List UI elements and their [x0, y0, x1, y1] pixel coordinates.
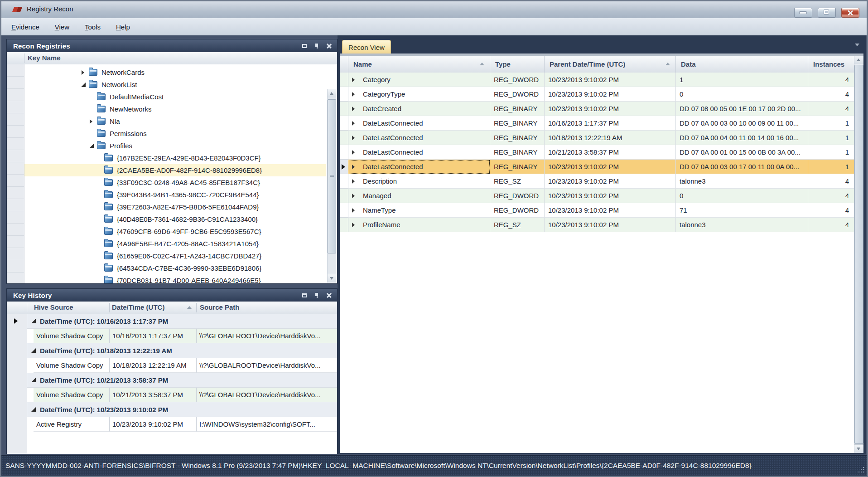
tree-item[interactable]: NetworkList [24, 78, 326, 91]
chevron-expanded-icon[interactable] [31, 319, 37, 323]
scrollbar-thumb[interactable] [854, 65, 863, 444]
table-row[interactable]: DateCreated REG_BINARY 10/23/2013 9:10:0… [340, 102, 854, 116]
resize-grip-icon[interactable] [858, 466, 864, 472]
maximize-icon[interactable] [302, 44, 307, 48]
scrollbar-thumb[interactable] [328, 99, 336, 253]
table-row[interactable]: Category REG_DWORD 10/23/2013 9:10:02 PM… [340, 73, 854, 87]
row-expander-icon[interactable] [352, 107, 358, 111]
row-expander-icon[interactable] [352, 179, 358, 184]
group-row[interactable]: Date/Time (UTC): 10/21/2013 3:58:37 PM [27, 373, 337, 388]
table-row-selected[interactable]: DateLastConnected REG_BINARY 10/23/2013 … [340, 160, 854, 174]
row-expander-icon[interactable] [352, 92, 358, 97]
tree-item[interactable]: {64534CDA-C7BE-4C36-9990-33EBE6D91806} [24, 262, 326, 274]
chevron-right-icon[interactable] [81, 70, 87, 75]
tree-item-label: {39E043B4-94B1-4365-98CC-720CF9B4E544} [117, 191, 259, 199]
chevron-right-icon[interactable] [89, 119, 95, 124]
tree-item[interactable]: {33F09C3C-0248-49A8-AC45-85FEB187F34C} [24, 176, 326, 189]
tree-item[interactable]: Permissions [24, 127, 326, 140]
group-label: Date/Time (UTC): 10/18/2013 12:22:19 AM [40, 347, 172, 355]
scroll-down-icon[interactable] [328, 274, 336, 282]
tree-item[interactable]: {40D48E0B-7361-4682-9B36-C91CA1233400} [24, 213, 326, 225]
tree-scrollbar[interactable] [327, 89, 336, 282]
menu-help[interactable]: Help [110, 20, 136, 34]
type-cell: REG_DWORD [490, 189, 545, 203]
chevron-expanded-icon[interactable] [31, 407, 37, 412]
tree-item[interactable]: NetworkCards [24, 66, 326, 78]
table-row[interactable]: DateLastConnected REG_BINARY 10/21/2013 … [340, 145, 854, 160]
group-row[interactable]: Date/Time (UTC): 10/16/2013 1:17:37 PM [27, 314, 337, 329]
row-expander-icon[interactable] [352, 223, 358, 227]
column-instances[interactable]: Instances [808, 56, 854, 73]
table-row[interactable]: DateLastConnected REG_BINARY 10/18/2013 … [340, 131, 854, 145]
minimize-button[interactable] [794, 8, 812, 18]
table-row[interactable]: CategoryType REG_DWORD 10/23/2013 9:10:0… [340, 87, 854, 102]
chevron-expanded-icon[interactable] [31, 378, 37, 382]
tree-item[interactable]: {61659E06-C02C-47F1-A243-14CBC7DBD427} [24, 250, 326, 262]
menu-view[interactable]: View [48, 20, 76, 34]
column-data[interactable]: Data [676, 56, 808, 73]
data-cell: DD 07 0A 00 03 00 10 00 09 00 11 00... [676, 116, 808, 131]
column-datetime[interactable]: Date/Time (UTC) [112, 303, 164, 311]
chevron-expanded-icon[interactable] [81, 83, 87, 87]
tree-item[interactable]: {47609CFB-69D6-49FF-9CB6-E5C9593E567C} [24, 225, 326, 238]
tab-overflow-icon[interactable] [855, 44, 859, 46]
tree-item[interactable]: NewNetworks [24, 103, 326, 115]
scroll-up-icon[interactable] [328, 89, 336, 97]
restore-button[interactable] [818, 8, 836, 18]
close-icon[interactable] [327, 44, 332, 49]
chevron-expanded-icon[interactable] [31, 348, 37, 353]
tree-item[interactable]: Profiles [24, 140, 326, 152]
tab-strip: Recon View [338, 35, 866, 54]
tree-item-label: {40D48E0B-7361-4682-9B36-C91CA1233400} [117, 215, 258, 223]
row-expander-icon[interactable] [352, 150, 358, 155]
column-parent-datetime[interactable]: Parent Date/Time (UTC) [545, 56, 676, 73]
tree-item[interactable]: {70DCB031-91B7-4D00-AEEB-640A249466E5} [24, 274, 326, 283]
row-expander-icon[interactable] [352, 78, 358, 82]
menu-evidence[interactable]: Evidence [5, 20, 46, 34]
group-row[interactable]: Date/Time (UTC): 10/18/2013 12:22:19 AM [27, 343, 337, 358]
close-button[interactable] [841, 8, 859, 18]
row-expander-icon[interactable] [352, 208, 358, 213]
history-row[interactable]: Volume Shadow Copy 10/21/2013 3:58:37 PM… [34, 388, 337, 402]
history-row[interactable]: Volume Shadow Copy 10/18/2013 12:22:19 A… [34, 358, 337, 373]
table-scrollbar[interactable] [854, 56, 863, 453]
column-hive-source[interactable]: Hive Source [34, 303, 73, 311]
tree-item[interactable]: Nla [24, 115, 326, 127]
column-source-path[interactable]: Source Path [200, 303, 240, 311]
parent-datetime-cell: 10/23/2013 9:10:02 PM [545, 189, 676, 203]
tree-item[interactable]: {167B2E5E-29EA-429E-8D43-E82043F0D3CF} [24, 152, 326, 164]
close-icon[interactable] [327, 293, 332, 298]
history-row[interactable]: Active Registry 10/23/2013 9:10:02 PM I:… [34, 417, 337, 432]
pin-icon[interactable] [314, 43, 319, 49]
table-row[interactable]: NameType REG_DWORD 10/23/2013 9:10:02 PM… [340, 203, 854, 218]
scroll-down-icon[interactable] [854, 444, 863, 453]
row-expander-icon[interactable] [352, 165, 358, 169]
tab-recon-view[interactable]: Recon View [342, 40, 391, 54]
scroll-up-icon[interactable] [854, 56, 863, 64]
tree-item[interactable]: DefaultMediaCost [24, 91, 326, 103]
sort-ascending-icon [480, 63, 484, 65]
tree-item-selected[interactable]: {2CAEA5BE-AD0F-482F-914C-881029996ED8} [24, 164, 326, 176]
tree-item[interactable]: {4A96E5BF-B47C-4205-88AC-1583421A1054} [24, 238, 326, 250]
tree-item-label: Profiles [110, 142, 132, 150]
row-expander-icon[interactable] [352, 121, 358, 126]
table-row[interactable]: DateLastConnected REG_BINARY 10/16/2013 … [340, 116, 854, 131]
type-cell: REG_DWORD [490, 73, 545, 87]
table-row[interactable]: Description REG_SZ 10/23/2013 9:10:02 PM… [340, 174, 854, 189]
parent-datetime-cell: 10/23/2013 9:10:02 PM [545, 102, 676, 116]
row-expander-icon[interactable] [352, 194, 358, 198]
table-row[interactable]: ProfileName REG_SZ 10/23/2013 9:10:02 PM… [340, 218, 854, 232]
menu-tools[interactable]: Tools [78, 20, 107, 34]
group-row[interactable]: Date/Time (UTC): 10/23/2013 9:10:02 PM [27, 402, 337, 417]
pin-icon[interactable] [314, 292, 319, 298]
chevron-expanded-icon[interactable] [89, 144, 95, 148]
row-expander-icon[interactable] [352, 136, 358, 140]
history-row[interactable]: Volume Shadow Copy 10/16/2013 1:17:37 PM… [34, 329, 337, 343]
column-type[interactable]: Type [490, 56, 545, 73]
key-name-column-header[interactable]: Key Name [7, 52, 337, 65]
tree-item[interactable]: {39E043B4-94B1-4365-98CC-720CF9B4E544} [24, 189, 326, 201]
maximize-icon[interactable] [302, 293, 307, 297]
column-name[interactable]: Name [348, 56, 490, 73]
table-row[interactable]: Managed REG_DWORD 10/23/2013 9:10:02 PM … [340, 189, 854, 203]
tree-item[interactable]: {39E72603-A82E-47F5-B8D6-5FE61044FAD9} [24, 201, 326, 213]
